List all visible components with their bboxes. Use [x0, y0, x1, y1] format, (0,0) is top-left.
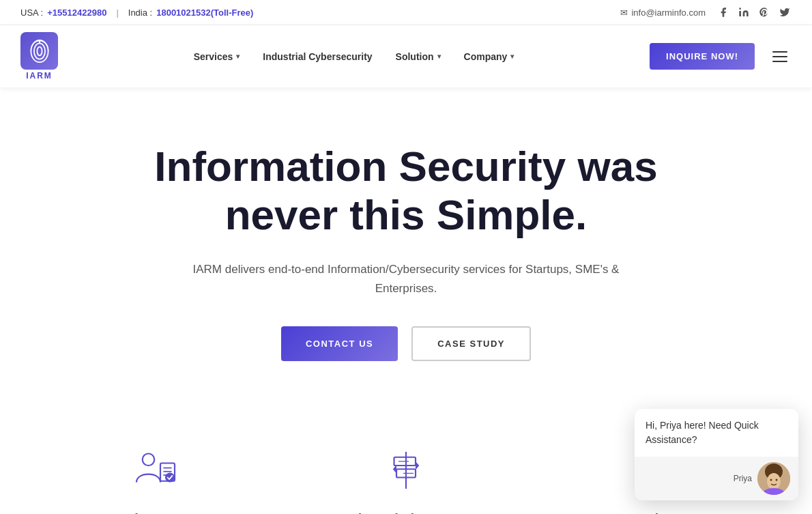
- logo-text: IARM: [26, 71, 53, 81]
- svg-point-3: [37, 46, 42, 55]
- card-1-icon: [128, 443, 183, 498]
- chat-avatar-row: Priya: [635, 457, 798, 500]
- hero-section: Information Security was never this Simp…: [0, 87, 812, 402]
- avatar: [757, 462, 790, 495]
- contact-us-button[interactable]: CONTACT US: [281, 326, 398, 361]
- card-security-on-paper: Security On Paper Security only on Paper…: [46, 429, 265, 514]
- phone-us-link[interactable]: +15512422980: [47, 8, 106, 18]
- svg-point-2: [33, 43, 44, 59]
- services-chevron-icon: ▾: [236, 53, 240, 60]
- nav-company[interactable]: Company ▾: [454, 46, 524, 68]
- twitter-icon[interactable]: [778, 5, 792, 19]
- hamburger-menu-button[interactable]: [768, 47, 792, 66]
- top-bar-contact: USA : +15512422980 | India : 18001021532…: [20, 8, 253, 18]
- chat-widget[interactable]: Hi, Priya here! Need Quick Assistance? P…: [635, 409, 798, 500]
- card-2-title: The Existing Way: [310, 511, 502, 514]
- country-us-label: USA :: [20, 8, 43, 18]
- facebook-icon[interactable]: [716, 5, 730, 19]
- header: IARM Services ▾ Industrial Cybersecurity…: [0, 25, 812, 87]
- card-3-title: Security A...: [561, 511, 752, 514]
- hero-headline: Information Security was never this Simp…: [99, 142, 713, 240]
- case-study-button[interactable]: CASE STUDY: [411, 326, 531, 361]
- hamburger-line-1: [772, 51, 787, 53]
- nav-industrial[interactable]: Industrial Cybersecurity: [253, 46, 381, 68]
- hero-subtext: IARM delivers end-to-end Information/Cyb…: [188, 260, 624, 300]
- svg-marker-13: [416, 461, 419, 470]
- top-bar: USA : +15512422980 | India : 18001021532…: [0, 0, 812, 25]
- logo[interactable]: IARM: [20, 32, 58, 81]
- svg-point-24: [767, 473, 781, 489]
- card-2-icon: [379, 443, 433, 498]
- company-chevron-icon: ▾: [510, 53, 514, 60]
- social-icons: [716, 5, 792, 19]
- svg-point-26: [776, 479, 778, 481]
- card-existing-way: The Existing Way The Information-Securit…: [297, 429, 515, 514]
- svg-point-0: [739, 8, 741, 10]
- pinterest-icon[interactable]: [757, 5, 771, 19]
- hamburger-line-2: [772, 56, 787, 57]
- hamburger-line-3: [772, 61, 787, 62]
- svg-point-5: [143, 454, 155, 466]
- solution-chevron-icon: ▾: [437, 53, 441, 60]
- chat-bubble: Hi, Priya here! Need Quick Assistance?: [635, 409, 798, 457]
- main-nav: Services ▾ Industrial Cybersecurity Solu…: [184, 46, 524, 68]
- card-1-title: Security On Paper: [60, 511, 251, 514]
- country-in-label: India :: [128, 8, 152, 18]
- top-bar-right: ✉ info@iarminfo.com: [620, 5, 792, 19]
- email-link[interactable]: ✉ info@iarminfo.com: [620, 8, 706, 18]
- envelope-icon: ✉: [620, 8, 628, 18]
- separator: |: [116, 8, 118, 18]
- linkedin-icon[interactable]: [737, 5, 751, 19]
- inquire-now-button[interactable]: INQUIRE NOW!: [650, 43, 755, 70]
- svg-point-25: [770, 479, 772, 481]
- nav-solution[interactable]: Solution ▾: [386, 46, 450, 68]
- nav-services[interactable]: Services ▾: [184, 46, 250, 68]
- phone-in-link[interactable]: 18001021532(Toll-Free): [156, 8, 253, 18]
- svg-point-10: [165, 473, 175, 483]
- hero-buttons: CONTACT US CASE STUDY: [27, 326, 785, 361]
- logo-icon: [20, 32, 58, 70]
